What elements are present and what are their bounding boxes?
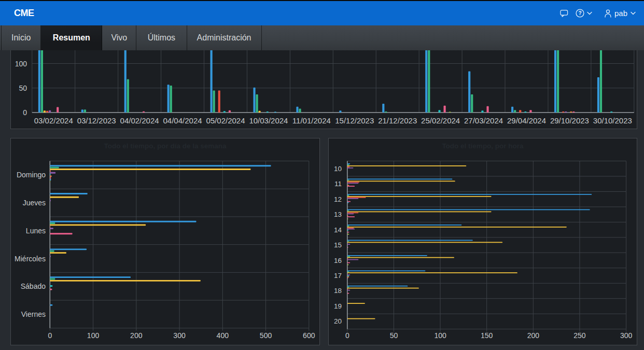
bar [50, 193, 87, 194]
bar [347, 240, 473, 241]
nav-tab-administracion[interactable]: Administración [187, 25, 262, 50]
bar [347, 167, 354, 169]
bar [600, 50, 602, 113]
svg-text:100: 100 [15, 60, 27, 68]
bar [50, 289, 52, 290]
bar [347, 318, 375, 319]
bar [347, 213, 354, 214]
bar [347, 202, 349, 203]
bar [347, 230, 349, 231]
bar [124, 50, 127, 113]
svg-text:300: 300 [620, 331, 633, 340]
bar [572, 111, 575, 113]
svg-text:Sábado: Sábado [21, 282, 46, 290]
hour-chart-card: Todo el tiempo, por hora0501001502002503… [328, 138, 637, 345]
bar [50, 252, 66, 254]
brand-title[interactable]: CME [14, 8, 34, 19]
svg-text:Domingo: Domingo [17, 171, 46, 179]
bar [211, 50, 213, 113]
bar [347, 242, 502, 243]
svg-text:10/03/2024: 10/03/2024 [249, 116, 288, 125]
weekday-chart-card: Todo el tiempo, por día de la semana0100… [10, 138, 320, 345]
bar [514, 110, 516, 113]
bar [554, 50, 556, 113]
bar [481, 110, 483, 113]
weekday-chart: Todo el tiempo, por día de la semana0100… [11, 138, 319, 345]
bar [347, 198, 359, 199]
bar [471, 94, 473, 113]
svg-text:0: 0 [23, 108, 27, 117]
bar [50, 224, 146, 226]
svg-text:03/12/2023: 03/12/2023 [77, 116, 116, 125]
bar [57, 107, 59, 113]
svg-text:200: 200 [527, 331, 540, 340]
nav-tab-vivo[interactable]: Vivo [102, 25, 136, 50]
bar [347, 225, 461, 226]
bar [49, 110, 51, 113]
user-menu[interactable]: pab [605, 9, 636, 18]
bar [347, 287, 349, 288]
svg-text:27/03/2024: 27/03/2024 [464, 116, 503, 125]
bar [38, 50, 40, 113]
svg-text:25/02/2024: 25/02/2024 [421, 116, 460, 125]
app-header: CME ? [0, 1, 644, 25]
bar [557, 50, 559, 113]
bar [449, 112, 451, 113]
bar [347, 179, 453, 180]
bar [347, 271, 349, 272]
svg-text:15: 15 [334, 241, 342, 249]
bar [143, 111, 145, 113]
bar [127, 79, 129, 113]
svg-text:11: 11 [334, 180, 342, 188]
bar [468, 72, 470, 113]
hour-chart: Todo el tiempo, por hora0501001502002503… [329, 138, 637, 345]
bar [347, 241, 349, 242]
bar [50, 248, 87, 250]
bar [347, 259, 359, 260]
svg-text:500: 500 [260, 331, 272, 340]
svg-text:17: 17 [334, 272, 342, 279]
bar [50, 228, 53, 229]
bar [223, 111, 226, 113]
bar [46, 111, 48, 113]
header-actions: ? pab [560, 1, 636, 25]
nav-tab-inicio[interactable]: Inicio [1, 25, 41, 50]
svg-text:13: 13 [334, 211, 342, 218]
help-menu[interactable]: ? [576, 9, 592, 18]
svg-text:400: 400 [217, 331, 229, 340]
bar [84, 109, 86, 113]
bar [347, 186, 355, 187]
bar [347, 165, 466, 166]
daily-activity-chart: 05010003/02/202403/12/202304/02/202404/0… [11, 50, 637, 129]
bar [296, 107, 298, 113]
nav-tab-resumen[interactable]: Resumen [41, 25, 102, 50]
bar [50, 181, 50, 183]
svg-text:200: 200 [130, 331, 143, 340]
bar [524, 111, 526, 113]
nav-tab-ultimos[interactable]: Últimos [136, 25, 187, 50]
bar [50, 226, 50, 228]
bar [347, 209, 590, 211]
bar [50, 250, 54, 252]
chevron-down-icon [587, 11, 592, 15]
bar [50, 170, 51, 172]
bar [259, 111, 261, 113]
bar [444, 106, 446, 113]
bar [597, 77, 599, 113]
bar [347, 262, 350, 263]
bar [347, 270, 426, 271]
svg-text:0: 0 [48, 331, 52, 340]
svg-text:Todo el tiempo, por hora: Todo el tiempo, por hora [442, 142, 524, 150]
bar [50, 174, 50, 175]
bar [347, 183, 359, 184]
chat-icon[interactable] [560, 9, 568, 18]
help-icon: ? [576, 9, 584, 18]
bar [347, 181, 455, 182]
bar [347, 256, 350, 257]
bar [50, 167, 59, 169]
bar [347, 216, 355, 217]
bar [50, 233, 72, 234]
bar [428, 50, 430, 113]
bar [274, 112, 276, 113]
svg-text:Jueves: Jueves [23, 199, 46, 207]
